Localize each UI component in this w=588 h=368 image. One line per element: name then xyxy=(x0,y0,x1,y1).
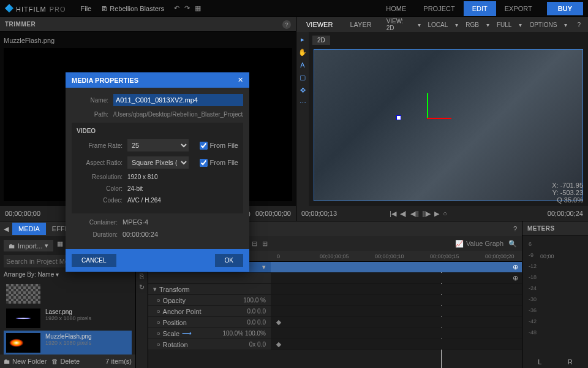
viewer-zoom[interactable]: Q 35.0% xyxy=(552,196,583,204)
hand-tool-icon[interactable]: ✋ xyxy=(298,48,307,56)
next-frame-icon[interactable]: ▶ xyxy=(434,210,439,218)
help-icon[interactable]: ? xyxy=(513,225,517,232)
grid-icon[interactable]: ▦ xyxy=(195,4,201,12)
meters-title: METERS xyxy=(527,225,555,232)
app-edition: PRO xyxy=(50,6,66,13)
templates-icon[interactable]: ▦ xyxy=(57,240,63,251)
media-item[interactable] xyxy=(4,282,132,306)
tool3-icon[interactable]: ⊞ xyxy=(262,240,268,248)
name-input[interactable] xyxy=(113,94,243,106)
tab-viewer[interactable]: VIEWER xyxy=(301,18,337,31)
media-item[interactable]: Laser.png1920 x 1080 pixels xyxy=(4,306,132,331)
framerate-select[interactable]: 25 xyxy=(127,139,189,151)
view-mode[interactable]: VIEW: 2D xyxy=(384,17,413,33)
buy-button[interactable]: BUY xyxy=(547,2,583,15)
redo-icon[interactable]: ↷ xyxy=(184,4,190,12)
media-item[interactable]: MuzzleFlash.png1920 x 1080 pixels xyxy=(4,331,132,355)
track-opacity[interactable]: ○ Opacity100.0 % xyxy=(148,295,522,306)
link-icon[interactable]: ⎘ xyxy=(140,272,144,280)
goto-start-icon[interactable]: |◀ xyxy=(390,210,396,218)
transport-controls: |◀ ◀| ◀|| ||▶ ▶ ○ xyxy=(390,210,447,218)
dialog-title: MEDIA PROPERTIES xyxy=(72,77,138,84)
gizmo-y-axis[interactable] xyxy=(427,93,428,118)
codec-value: AVC / H.264 xyxy=(127,197,161,204)
close-icon[interactable]: ✕ xyxy=(238,76,243,84)
top-bar: HITFILM PRO File 🖹 Rebellion Blasters ↶ … xyxy=(0,0,588,17)
media-list: Laser.png1920 x 1080 pixels MuzzleFlash.… xyxy=(0,282,135,355)
undo-icon[interactable]: ↶ xyxy=(174,4,179,12)
container-value: MPEG-4 xyxy=(123,218,148,226)
gizmo-handle[interactable] xyxy=(396,115,401,120)
viewer-time-right: 00;00;00;24 xyxy=(548,210,583,217)
view-options[interactable]: OPTIONS xyxy=(527,20,559,29)
viewer-time-left: 00;00;00;13 xyxy=(301,210,337,217)
trimmer-time-left: 00;00;00;00 xyxy=(5,210,40,217)
toolbar-icons: ↶ ↷ ▦ xyxy=(174,4,201,12)
value-graph-button[interactable]: 📈 Value Graph xyxy=(455,240,503,248)
more-tool-icon[interactable]: ⋯ xyxy=(300,99,306,107)
item-count: 7 item(s) xyxy=(105,358,132,365)
gizmo-x-axis[interactable] xyxy=(427,118,451,119)
keyframe-icon[interactable] xyxy=(276,342,281,347)
add-icon[interactable]: ⊕ xyxy=(513,263,518,271)
color-value: 24-bit xyxy=(127,185,143,192)
aspect-fromfile-checkbox[interactable] xyxy=(200,159,208,167)
refresh-icon[interactable]: ↻ xyxy=(139,283,145,291)
play-back-icon[interactable]: ◀|| xyxy=(410,210,419,218)
app-name: HITFILM xyxy=(16,6,47,13)
tab-media[interactable]: MEDIA xyxy=(12,223,46,235)
meters-panel: METERS 6 -9 -12 -18 -24 -30 -36 -42 -48 … xyxy=(522,221,588,368)
logo-icon xyxy=(5,4,13,13)
media-thumb xyxy=(6,333,40,353)
framerate-fromfile-checkbox[interactable] xyxy=(200,142,208,150)
delete-button[interactable]: 🗑 Delete xyxy=(51,358,80,365)
help-icon[interactable]: ? xyxy=(575,20,583,29)
new-folder-button[interactable]: 🖿 New Folder xyxy=(4,358,47,365)
prev-frame-icon[interactable]: ◀| xyxy=(400,210,407,218)
tabs-prev-icon[interactable]: ◀ xyxy=(0,223,12,236)
viewer-coords: X: -701.95 Y: -503.23 Q 35.0% xyxy=(552,182,583,204)
collapse-icon[interactable]: ▾ xyxy=(153,285,157,293)
track-position[interactable]: ○ Position0.0 0.0 xyxy=(148,317,522,328)
select-tool-icon[interactable]: ▸ xyxy=(301,36,304,44)
viewer-panel: VIEWER LAYER VIEW: 2D▾ LOCAL▾ RGB▾ FULL▾… xyxy=(296,17,588,221)
view-local[interactable]: LOCAL xyxy=(426,20,451,29)
import-button[interactable]: 🖿 Import... ▾ xyxy=(4,240,53,251)
track-transform[interactable]: ▾ Transform xyxy=(148,284,522,295)
nav-export[interactable]: EXPORT xyxy=(496,1,541,16)
nav-edit[interactable]: EDIT xyxy=(464,1,496,16)
aspect-select[interactable]: Square Pixels (1.0) xyxy=(127,156,189,169)
cancel-button[interactable]: CANCEL xyxy=(72,254,116,267)
play-icon[interactable]: ||▶ xyxy=(423,210,431,218)
ok-button[interactable]: OK xyxy=(215,254,243,267)
meters-display: 6 -9 -12 -18 -24 -30 -36 -42 -48 xyxy=(522,236,588,356)
text-tool-icon[interactable]: A xyxy=(300,61,304,69)
viewer-canvas[interactable] xyxy=(314,49,583,201)
video-section-title: VIDEO xyxy=(77,128,238,134)
add-icon[interactable]: ⊕ xyxy=(513,274,518,282)
crop-tool-icon[interactable]: ▢ xyxy=(300,74,306,82)
track-anchor[interactable]: ○ Anchor Point0.0 0.0 xyxy=(148,306,522,317)
view-rgb[interactable]: RGB xyxy=(463,20,481,29)
name-label: Name: xyxy=(72,97,108,104)
search-icon[interactable]: 🔍 xyxy=(508,240,517,248)
keyframe-icon[interactable] xyxy=(276,320,281,325)
trimmer-time-right: 00;00;00;00 xyxy=(255,210,291,217)
viewer-2d-tab[interactable]: 2D xyxy=(312,36,330,45)
view-full[interactable]: FULL xyxy=(494,20,514,29)
nav-project[interactable]: PROJECT xyxy=(415,1,463,16)
trimmer-title: TRIMMER xyxy=(5,21,36,28)
track-rotation[interactable]: ○ Rotation0x 0.0 xyxy=(148,339,522,350)
help-icon[interactable]: ? xyxy=(282,20,291,29)
resolution-value: 1920 x 810 xyxy=(127,174,158,180)
path-value: /Users/qbap/Desktop/Rebellion_Blaster_Pr… xyxy=(113,111,243,118)
tool2-icon[interactable]: ⊟ xyxy=(252,240,257,248)
menu-file[interactable]: File xyxy=(76,2,97,15)
loop-icon[interactable]: ○ xyxy=(443,210,447,218)
project-name[interactable]: 🖹 Rebellion Blasters xyxy=(96,2,169,15)
move-tool-icon[interactable]: ✥ xyxy=(300,86,306,94)
tab-layer[interactable]: LAYER xyxy=(345,18,376,31)
nav-home[interactable]: HOME xyxy=(377,1,415,16)
track-row[interactable]: ⊕ xyxy=(148,273,522,284)
track-scale[interactable]: ○ Scale ⟶100.0% 100.0% xyxy=(148,328,522,339)
